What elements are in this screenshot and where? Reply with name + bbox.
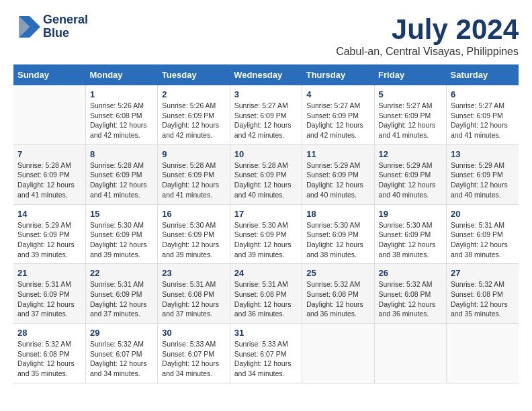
day-cell: 28Sunrise: 5:32 AMSunset: 6:08 PMDayligh…: [13, 324, 85, 383]
day-cell: 31Sunrise: 5:33 AMSunset: 6:07 PMDayligh…: [230, 324, 302, 383]
day-info: Sunrise: 5:30 AMSunset: 6:09 PMDaylight:…: [162, 220, 225, 260]
day-info: Sunrise: 5:26 AMSunset: 6:08 PMDaylight:…: [90, 101, 153, 140]
day-cell: 17Sunrise: 5:30 AMSunset: 6:09 PMDayligh…: [230, 204, 302, 264]
day-cell: 6Sunrise: 5:27 AMSunset: 6:09 PMDaylight…: [447, 85, 519, 144]
day-cell: 23Sunrise: 5:31 AMSunset: 6:08 PMDayligh…: [158, 264, 230, 324]
day-cell: 3Sunrise: 5:27 AMSunset: 6:09 PMDaylight…: [230, 85, 302, 144]
day-number: 6: [451, 89, 515, 99]
day-cell: [302, 324, 374, 383]
day-cell: 13Sunrise: 5:29 AMSunset: 6:09 PMDayligh…: [447, 144, 519, 204]
day-cell: 9Sunrise: 5:28 AMSunset: 6:09 PMDaylight…: [158, 144, 230, 204]
day-number: 9: [162, 149, 225, 159]
header-day-friday: Friday: [374, 64, 446, 85]
week-row-4: 21Sunrise: 5:31 AMSunset: 6:09 PMDayligh…: [13, 264, 519, 324]
calendar-table: SundayMondayTuesdayWednesdayThursdayFrid…: [13, 64, 519, 383]
day-cell: [374, 324, 446, 383]
day-info: Sunrise: 5:32 AMSunset: 6:08 PMDaylight:…: [306, 279, 369, 319]
day-number: 15: [90, 209, 153, 219]
calendar-body: 1Sunrise: 5:26 AMSunset: 6:08 PMDaylight…: [13, 85, 519, 383]
day-number: 30: [162, 328, 225, 338]
day-info: Sunrise: 5:32 AMSunset: 6:08 PMDaylight:…: [17, 339, 81, 379]
day-number: 5: [379, 89, 442, 99]
day-number: 2: [162, 89, 225, 99]
week-row-1: 1Sunrise: 5:26 AMSunset: 6:08 PMDaylight…: [13, 85, 519, 144]
logo-text: General Blue: [43, 13, 88, 40]
logo-line1: General: [43, 13, 88, 27]
day-cell: 10Sunrise: 5:28 AMSunset: 6:09 PMDayligh…: [230, 144, 302, 204]
calendar-header: SundayMondayTuesdayWednesdayThursdayFrid…: [13, 64, 519, 85]
day-number: 23: [162, 268, 225, 278]
day-number: 21: [17, 268, 81, 278]
day-number: 13: [451, 149, 515, 159]
day-cell: 25Sunrise: 5:32 AMSunset: 6:08 PMDayligh…: [302, 264, 374, 324]
day-info: Sunrise: 5:33 AMSunset: 6:07 PMDaylight:…: [162, 339, 225, 379]
day-info: Sunrise: 5:27 AMSunset: 6:09 PMDaylight:…: [234, 101, 298, 140]
day-number: 31: [234, 328, 298, 338]
day-cell: 24Sunrise: 5:31 AMSunset: 6:08 PMDayligh…: [230, 264, 302, 324]
day-info: Sunrise: 5:27 AMSunset: 6:09 PMDaylight:…: [451, 101, 515, 140]
day-number: 1: [90, 89, 153, 99]
logo-icon: [13, 13, 40, 40]
day-cell: [447, 324, 519, 383]
day-info: Sunrise: 5:28 AMSunset: 6:09 PMDaylight:…: [162, 161, 225, 200]
day-cell: 21Sunrise: 5:31 AMSunset: 6:09 PMDayligh…: [13, 264, 85, 324]
day-cell: 18Sunrise: 5:30 AMSunset: 6:09 PMDayligh…: [302, 204, 374, 264]
day-number: 11: [306, 149, 369, 159]
location: Cabul-an, Central Visayas, Philippines: [336, 46, 519, 58]
week-row-2: 7Sunrise: 5:28 AMSunset: 6:09 PMDaylight…: [13, 144, 519, 204]
day-cell: 29Sunrise: 5:32 AMSunset: 6:07 PMDayligh…: [85, 324, 157, 383]
day-number: 29: [90, 328, 153, 338]
header-day-sunday: Sunday: [13, 64, 85, 85]
day-number: 4: [306, 89, 369, 99]
day-number: 17: [234, 209, 298, 219]
day-number: 25: [306, 268, 369, 278]
header-row: SundayMondayTuesdayWednesdayThursdayFrid…: [13, 64, 519, 85]
day-number: 7: [17, 149, 81, 159]
day-number: 16: [162, 209, 225, 219]
day-number: 28: [17, 328, 81, 338]
header-day-tuesday: Tuesday: [158, 64, 230, 85]
day-info: Sunrise: 5:31 AMSunset: 6:09 PMDaylight:…: [17, 279, 81, 319]
day-cell: 20Sunrise: 5:31 AMSunset: 6:09 PMDayligh…: [447, 204, 519, 264]
header-day-saturday: Saturday: [447, 64, 519, 85]
day-info: Sunrise: 5:31 AMSunset: 6:08 PMDaylight:…: [162, 279, 225, 319]
day-number: 18: [306, 209, 369, 219]
day-number: 3: [234, 89, 298, 99]
day-number: 14: [17, 209, 81, 219]
logo-line2: Blue: [43, 27, 88, 40]
page-header: General Blue July 2024 Cabul-an, Central…: [13, 13, 519, 58]
day-cell: 27Sunrise: 5:32 AMSunset: 6:08 PMDayligh…: [447, 264, 519, 324]
day-info: Sunrise: 5:29 AMSunset: 6:09 PMDaylight:…: [306, 161, 369, 200]
day-cell: 11Sunrise: 5:29 AMSunset: 6:09 PMDayligh…: [302, 144, 374, 204]
day-info: Sunrise: 5:30 AMSunset: 6:09 PMDaylight:…: [306, 220, 369, 260]
day-cell: 1Sunrise: 5:26 AMSunset: 6:08 PMDaylight…: [85, 85, 157, 144]
header-day-thursday: Thursday: [302, 64, 374, 85]
logo: General Blue: [13, 13, 88, 40]
header-day-wednesday: Wednesday: [230, 64, 302, 85]
day-info: Sunrise: 5:27 AMSunset: 6:09 PMDaylight:…: [306, 101, 369, 140]
day-number: 19: [379, 209, 442, 219]
day-info: Sunrise: 5:29 AMSunset: 6:09 PMDaylight:…: [451, 161, 515, 200]
title-area: July 2024 Cabul-an, Central Visayas, Phi…: [336, 13, 519, 58]
day-cell: 30Sunrise: 5:33 AMSunset: 6:07 PMDayligh…: [158, 324, 230, 383]
day-cell: 19Sunrise: 5:30 AMSunset: 6:09 PMDayligh…: [374, 204, 446, 264]
day-info: Sunrise: 5:31 AMSunset: 6:09 PMDaylight:…: [90, 279, 153, 319]
day-info: Sunrise: 5:32 AMSunset: 6:08 PMDaylight:…: [451, 279, 515, 319]
header-day-monday: Monday: [85, 64, 157, 85]
day-info: Sunrise: 5:32 AMSunset: 6:08 PMDaylight:…: [379, 279, 442, 319]
day-info: Sunrise: 5:30 AMSunset: 6:09 PMDaylight:…: [234, 220, 298, 260]
day-cell: 8Sunrise: 5:28 AMSunset: 6:09 PMDaylight…: [85, 144, 157, 204]
day-cell: 26Sunrise: 5:32 AMSunset: 6:08 PMDayligh…: [374, 264, 446, 324]
day-cell: 5Sunrise: 5:27 AMSunset: 6:09 PMDaylight…: [374, 85, 446, 144]
day-info: Sunrise: 5:28 AMSunset: 6:09 PMDaylight:…: [90, 161, 153, 200]
day-number: 26: [379, 268, 442, 278]
day-cell: 12Sunrise: 5:29 AMSunset: 6:09 PMDayligh…: [374, 144, 446, 204]
day-cell: 4Sunrise: 5:27 AMSunset: 6:09 PMDaylight…: [302, 85, 374, 144]
day-info: Sunrise: 5:31 AMSunset: 6:08 PMDaylight:…: [234, 279, 298, 319]
day-info: Sunrise: 5:28 AMSunset: 6:09 PMDaylight:…: [234, 161, 298, 200]
week-row-3: 14Sunrise: 5:29 AMSunset: 6:09 PMDayligh…: [13, 204, 519, 264]
day-number: 27: [451, 268, 515, 278]
day-number: 10: [234, 149, 298, 159]
week-row-5: 28Sunrise: 5:32 AMSunset: 6:08 PMDayligh…: [13, 324, 519, 383]
day-info: Sunrise: 5:30 AMSunset: 6:09 PMDaylight:…: [379, 220, 442, 260]
